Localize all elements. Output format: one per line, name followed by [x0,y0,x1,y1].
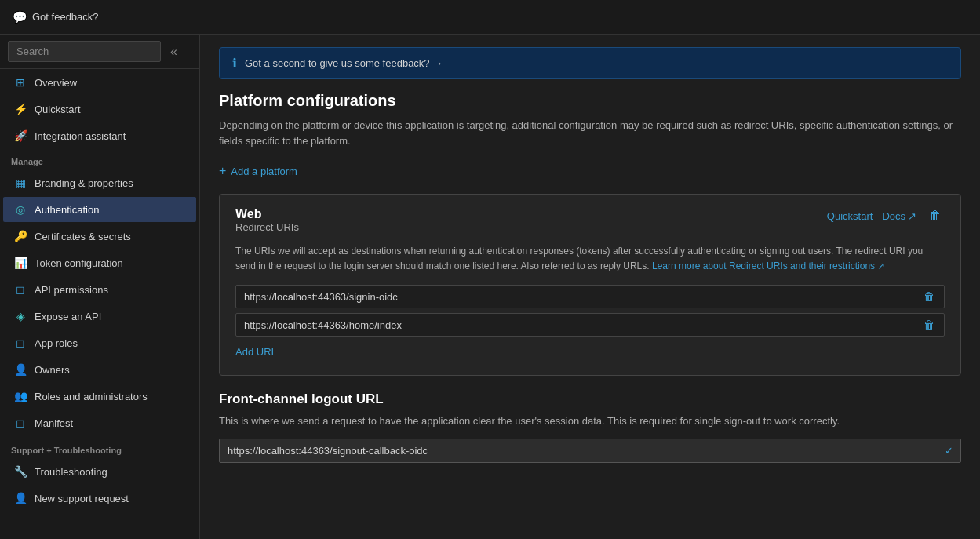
branding-icon: ▦ [14,177,27,189]
roles-admins-icon: 👥 [14,390,27,402]
web-card-header: Web Redirect URIs Quickstart Docs ↗ 🗑 [235,207,945,241]
sidebar-item-label: New support request [35,493,129,504]
plus-icon: + [219,164,226,178]
sidebar-item-label: Token configuration [35,257,123,269]
docs-link-label: Docs [882,210,905,222]
trash-icon: 🗑 [924,290,934,303]
quickstart-icon: ⚡ [14,103,27,115]
sidebar-item-label: Manifest [35,417,73,429]
sidebar-item-app-roles[interactable]: ◻ App roles [3,330,196,355]
add-platform-button[interactable]: + Add a platform [219,161,297,181]
collapse-button[interactable]: « [167,43,180,60]
feedback-banner-text: Got a second to give us some feedback? → [245,57,443,69]
feedback-area: 💬 Got feedback? [13,10,99,24]
uri-row: https://localhost:44363/home/index 🗑 [235,313,945,337]
main-layout: « ⊞ Overview ⚡ Quickstart 🚀 Integration … [0,35,980,539]
authentication-icon: ◎ [14,203,27,216]
sidebar-item-expose-api[interactable]: ◈ Expose an API [3,304,196,329]
info-icon: ℹ [232,56,237,71]
page-title: Platform configurations [219,92,961,110]
sidebar-item-label: Roles and administrators [35,391,148,402]
add-uri-label: Add URI [235,346,274,358]
uri-value: https://localhost:44363/home/index [244,319,402,331]
sidebar-item-label: Owners [35,364,70,376]
uri-delete-button-1[interactable]: 🗑 [922,319,936,331]
web-card: Web Redirect URIs Quickstart Docs ↗ 🗑 [219,194,961,376]
manage-section-label: Manage [0,149,199,169]
docs-link[interactable]: Docs ↗ [882,210,916,222]
top-bar: 💬 Got feedback? [0,0,980,35]
trash-icon: 🗑 [924,319,934,331]
trash-icon: 🗑 [929,209,942,222]
feedback-icon: 💬 [13,10,27,24]
support-section-label: Support + Troubleshooting [0,436,199,458]
feedback-label: Got feedback? [32,11,99,23]
api-permissions-icon: ◻ [14,283,27,296]
quickstart-link-label: Quickstart [827,210,873,222]
uri-value: https://localhost:44363/signin-oidc [244,291,398,303]
sidebar-item-label: Expose an API [35,311,101,322]
sidebar-item-quickstart[interactable]: ⚡ Quickstart [3,97,196,122]
sidebar-item-owners[interactable]: 👤 Owners [3,357,196,382]
sidebar-item-integration-assistant[interactable]: 🚀 Integration assistant [3,123,196,148]
certificates-icon: 🔑 [14,230,27,242]
sidebar-item-new-support[interactable]: 👤 New support request [3,486,196,511]
sidebar-item-overview[interactable]: ⊞ Overview [3,70,196,95]
learn-more-link[interactable]: Learn more about Redirect URIs and their… [652,260,885,271]
uri-description: The URIs we will accept as destinations … [235,244,945,274]
main-content: ℹ Got a second to give us some feedback?… [200,35,980,539]
quickstart-link[interactable]: Quickstart [827,210,873,222]
front-channel-title: Front-channel logout URL [219,392,961,407]
learn-more-external-icon: ↗ [877,260,885,271]
web-card-subtitle: Redirect URIs [235,221,299,233]
add-platform-label: Add a platform [231,166,297,177]
web-card-actions: Quickstart Docs ↗ 🗑 [827,207,945,224]
sidebar-item-manifest[interactable]: ◻ Manifest [3,410,196,435]
add-uri-button[interactable]: Add URI [235,341,274,362]
feedback-banner[interactable]: ℹ Got a second to give us some feedback?… [219,47,961,79]
external-link-icon: ↗ [908,210,916,222]
uri-row: https://localhost:44363/signin-oidc 🗑 [235,285,945,308]
sidebar-item-label: Authentication [35,204,99,216]
front-channel-description: This is where we send a request to have … [219,413,961,429]
sidebar-item-troubleshooting[interactable]: 🔧 Troubleshooting [3,459,196,484]
web-card-title: Web [235,207,299,221]
overview-icon: ⊞ [14,76,27,89]
sidebar-item-api-permissions[interactable]: ◻ API permissions [3,277,196,302]
uri-delete-button-0[interactable]: 🗑 [922,290,936,303]
search-container: « [0,35,199,69]
sidebar-item-branding[interactable]: ▦ Branding & properties [3,170,196,195]
sidebar: « ⊞ Overview ⚡ Quickstart 🚀 Integration … [0,35,200,539]
sidebar-item-token-config[interactable]: 📊 Token configuration [3,250,196,275]
search-input[interactable] [8,41,161,62]
manifest-icon: ◻ [14,417,27,429]
sidebar-item-label: Quickstart [35,104,81,115]
web-card-delete-button[interactable]: 🗑 [926,207,945,224]
sidebar-item-certificates[interactable]: 🔑 Certificates & secrets [3,224,196,249]
sidebar-item-label: Overview [35,77,77,89]
troubleshooting-icon: 🔧 [14,465,27,478]
sidebar-item-label: API permissions [35,284,108,296]
expose-api-icon: ◈ [14,310,27,322]
token-icon: 📊 [14,257,27,269]
sidebar-item-label: Branding & properties [35,177,133,189]
integration-icon: 🚀 [14,129,27,142]
sidebar-item-label: Certificates & secrets [35,231,131,242]
front-channel-url-select[interactable]: https://localhost:44363/signout-callback… [219,439,961,463]
sidebar-item-authentication[interactable]: ◎ Authentication [3,197,196,222]
feedback-arrow: → [432,57,443,69]
page-description: Depending on the platform or device this… [219,118,961,148]
sidebar-item-roles-admins[interactable]: 👥 Roles and administrators [3,384,196,409]
sidebar-item-label: Integration assistant [35,130,126,142]
front-channel-url-wrapper: https://localhost:44363/signout-callback… [219,439,961,463]
owners-icon: 👤 [14,363,27,376]
new-support-icon: 👤 [14,492,27,504]
web-card-title-area: Web Redirect URIs [235,207,299,241]
sidebar-item-label: Troubleshooting [35,466,107,478]
sidebar-item-label: App roles [35,337,78,349]
app-roles-icon: ◻ [14,337,27,349]
